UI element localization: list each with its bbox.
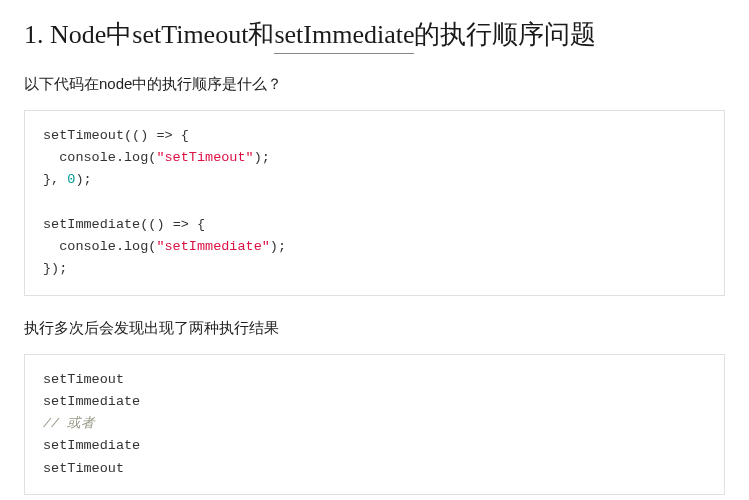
code-token: setImmediate (43, 217, 140, 232)
output-line: setImmediate (43, 394, 140, 409)
code-block-1: setTimeout(() => { console.log("setTimeo… (24, 110, 725, 296)
code-token: setTimeout (43, 128, 124, 143)
code-token: => (156, 128, 172, 143)
code-token: ); (75, 172, 91, 187)
code-token: { (189, 217, 205, 232)
code-token: { (173, 128, 189, 143)
code-token: console.log( (43, 150, 156, 165)
section-heading: 1. Node中setTimeout和setImmediate的执行顺序问题 (24, 18, 725, 54)
code-token: console.log( (43, 239, 156, 254)
code-block-2: setTimeout setImmediate // 或者 setImmedia… (24, 354, 725, 495)
heading-suffix: 的执行顺序问题 (414, 20, 596, 49)
code-token: }, (43, 172, 67, 187)
output-line: setImmediate (43, 438, 140, 453)
code-token: ); (270, 239, 286, 254)
output-line: setTimeout (43, 461, 124, 476)
code-token: => (173, 217, 189, 232)
code-token: ); (254, 150, 270, 165)
heading-underlined: setImmediate (274, 18, 414, 54)
code-token: (() (124, 128, 156, 143)
result-paragraph: 执行多次后会发现出现了两种执行结果 (24, 316, 725, 340)
code-token: (() (140, 217, 172, 232)
output-line: setTimeout (43, 372, 124, 387)
intro-paragraph: 以下代码在node中的执行顺序是什么？ (24, 72, 725, 96)
code-string: "setImmediate" (156, 239, 269, 254)
heading-prefix: 1. Node中setTimeout和 (24, 20, 274, 49)
code-comment: // 或者 (43, 416, 95, 431)
code-token: }); (43, 261, 67, 276)
code-string: "setTimeout" (156, 150, 253, 165)
